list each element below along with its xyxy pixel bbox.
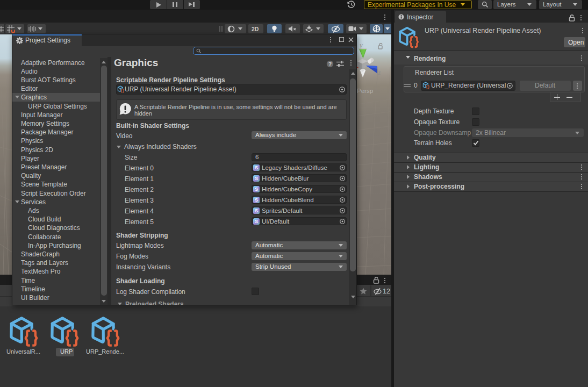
svg-text:z: z bbox=[378, 69, 381, 76]
svg-text:?: ? bbox=[328, 61, 332, 67]
svg-text:y: y bbox=[358, 41, 363, 49]
